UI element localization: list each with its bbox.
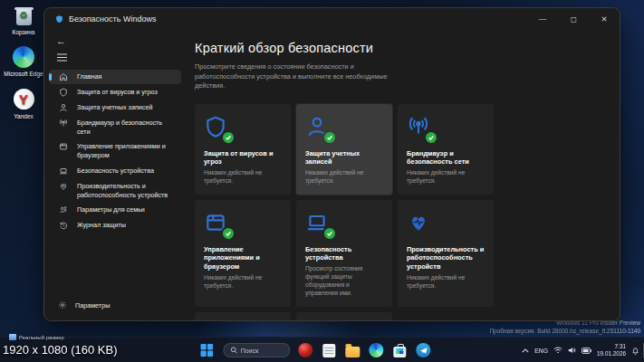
taskbar-center: Поиск xyxy=(199,338,431,362)
desktop: ♻ Корзина Microsoft Edge Y Yandex Window… xyxy=(0,0,644,362)
resolution-caption: 1920 x 1080 (160 KB) xyxy=(3,343,117,357)
tile-app-browser-control[interactable]: Управление приложениями и браузером Ника… xyxy=(195,200,291,307)
sidebar-item-virus-protection[interactable]: Защита от вирусов и угроз xyxy=(49,85,181,100)
image-thumbnail-icon xyxy=(9,334,16,340)
titlebar[interactable]: Безопасность Windows — ◻ ✕ xyxy=(44,8,620,30)
menu-icon[interactable] xyxy=(49,52,181,69)
settings-label: Параметры xyxy=(75,301,110,310)
back-button[interactable]: ← xyxy=(49,33,181,52)
desktop-icon-label: Microsoft Edge xyxy=(2,71,45,78)
volume-icon[interactable] xyxy=(568,347,576,354)
clock[interactable]: 7:31 19.01.2026 xyxy=(597,343,626,357)
tile-status: Никаких действий не требуется. xyxy=(407,169,485,186)
tile-title: Защита от вирусов и угроз xyxy=(204,149,282,167)
sidebar-item-label: Защита учетных записей xyxy=(77,103,152,112)
tray-date: 19.01.2026 xyxy=(597,350,626,357)
store-icon[interactable] xyxy=(392,343,408,358)
opera-icon[interactable] xyxy=(298,343,313,358)
window-title: Безопасность Windows xyxy=(69,14,156,24)
window-body: ← Главная Защита от вирусов и угроз Защи… xyxy=(44,30,620,320)
sidebar-item-account-protection[interactable]: Защита учетных записей xyxy=(49,100,181,115)
apps-icon xyxy=(58,142,69,151)
tray-time: 7:31 xyxy=(597,343,626,350)
tile-account-protection[interactable]: Защита учетных записей Никаких действий … xyxy=(296,104,392,195)
tile-status: Просмотр состояния функций защиты оборуд… xyxy=(305,265,383,298)
sidebar-item-label: Защита от вирусов и угроз xyxy=(77,88,158,97)
recycle-bin-icon: ♻ xyxy=(13,5,35,27)
sidebar-item-label: Параметры для семьи xyxy=(77,205,145,214)
network-icon xyxy=(58,119,69,128)
sidebar-item-device-security[interactable]: Безопасность устройства xyxy=(49,164,181,178)
health-icon xyxy=(407,210,430,235)
shield-icon xyxy=(58,88,69,97)
sidebar-item-label: Безопасность устройства xyxy=(77,167,154,176)
wifi-icon[interactable] xyxy=(553,347,562,354)
app-shield-icon xyxy=(55,14,63,24)
search-icon xyxy=(230,347,237,354)
check-badge-icon xyxy=(426,132,437,143)
sidebar-item-label: Главная xyxy=(77,72,101,81)
desktop-icon-recycle-bin[interactable]: ♻ Корзина xyxy=(2,5,45,36)
edge-icon[interactable] xyxy=(369,343,384,358)
tile-title: Брандмауэр и безопасность сети xyxy=(407,149,485,167)
start-button[interactable] xyxy=(199,343,215,358)
sidebar-item-label: Производительность и работоспособность у… xyxy=(77,182,176,199)
family-icon xyxy=(58,205,69,214)
chevron-up-icon[interactable] xyxy=(522,348,529,353)
sidebar-item-label: Брандмауэр и безопасность сети xyxy=(77,119,176,136)
history-icon xyxy=(58,221,69,230)
laptop-icon xyxy=(58,167,69,176)
edge-icon xyxy=(13,46,35,69)
telegram-icon[interactable] xyxy=(416,343,431,358)
search-input[interactable]: Поиск xyxy=(223,343,290,357)
notification-bell-icon[interactable] xyxy=(631,347,639,355)
tile-title: Безопасность устройства xyxy=(305,245,383,262)
tile-status: Никаких действий не требуется. xyxy=(407,274,485,291)
battery-icon[interactable] xyxy=(582,348,591,354)
viewer-size-label[interactable]: Реальный размер xyxy=(9,334,64,340)
page-subtitle: Просмотрите сведения о состоянии безопас… xyxy=(195,62,405,91)
sidebar-item-settings[interactable]: Параметры xyxy=(49,297,181,313)
desktop-icon-label: Yandex xyxy=(2,113,45,120)
health-icon xyxy=(58,182,69,191)
check-badge-icon xyxy=(223,132,234,143)
main-content: Краткий обзор безопасности Просмотрите с… xyxy=(186,30,620,320)
check-badge-icon xyxy=(324,228,335,239)
check-badge-icon xyxy=(324,132,335,143)
gear-icon xyxy=(58,300,67,310)
file-explorer-icon[interactable] xyxy=(345,343,360,358)
sidebar-item-family-options[interactable]: Параметры для семьи xyxy=(49,203,181,217)
sidebar: ← Главная Защита от вирусов и угроз Защи… xyxy=(44,30,186,320)
sidebar-item-home[interactable]: Главная xyxy=(49,70,181,84)
close-button[interactable]: ✕ xyxy=(589,8,620,30)
sidebar-item-app-browser-control[interactable]: Управление приложениями и браузером xyxy=(49,139,181,162)
tile-protection-history[interactable]: Журнал защиты Просмотрите последние xyxy=(296,312,392,321)
notepad-icon[interactable] xyxy=(322,343,337,358)
window-controls: — ◻ ✕ xyxy=(527,8,620,30)
desktop-icon-label: Корзина xyxy=(2,29,45,36)
sidebar-item-label: Журнал защиты xyxy=(77,221,126,230)
tile-title: Производительность и работоспособность у… xyxy=(407,245,485,272)
home-icon xyxy=(58,72,69,81)
tile-family-options[interactable]: Параметры для семьи Определяйте условия xyxy=(195,312,291,321)
sidebar-item-firewall[interactable]: Брандмауэр и безопасность сети xyxy=(49,116,181,138)
tile-virus-protection[interactable]: Защита от вирусов и угроз Никаких действ… xyxy=(195,104,291,195)
tile-device-security[interactable]: Безопасность устройства Просмотр состоян… xyxy=(296,200,392,307)
tile-device-health[interactable]: Производительность и работоспособность у… xyxy=(398,200,494,307)
desktop-icons: ♻ Корзина Microsoft Edge Y Yandex xyxy=(2,5,45,119)
sidebar-item-protection-history[interactable]: Журнал защиты xyxy=(49,218,181,233)
maximize-button[interactable]: ◻ xyxy=(558,8,589,30)
search-placeholder: Поиск xyxy=(241,348,258,354)
tile-title: Управление приложениями и браузером xyxy=(204,245,282,272)
tile-firewall[interactable]: Брандмауэр и безопасность сети Никаких д… xyxy=(398,104,494,195)
tile-status: Никаких действий не требуется. xyxy=(305,169,383,186)
sidebar-item-label: Управление приложениями и браузером xyxy=(77,142,176,159)
desktop-icon-yandex[interactable]: Y Yandex xyxy=(2,88,45,120)
tile-status: Никаких действий не требуется. xyxy=(204,169,282,186)
minimize-button[interactable]: — xyxy=(527,8,558,30)
security-tiles-grid: Защита от вирусов и угроз Никаких действ… xyxy=(195,104,603,321)
language-indicator[interactable]: ENG xyxy=(534,348,548,354)
desktop-icon-edge[interactable]: Microsoft Edge xyxy=(2,46,45,78)
insider-watermark: Windows 11 Pro Insider Preview Пробная в… xyxy=(489,319,640,336)
sidebar-item-device-health[interactable]: Производительность и работоспособность у… xyxy=(49,179,181,202)
